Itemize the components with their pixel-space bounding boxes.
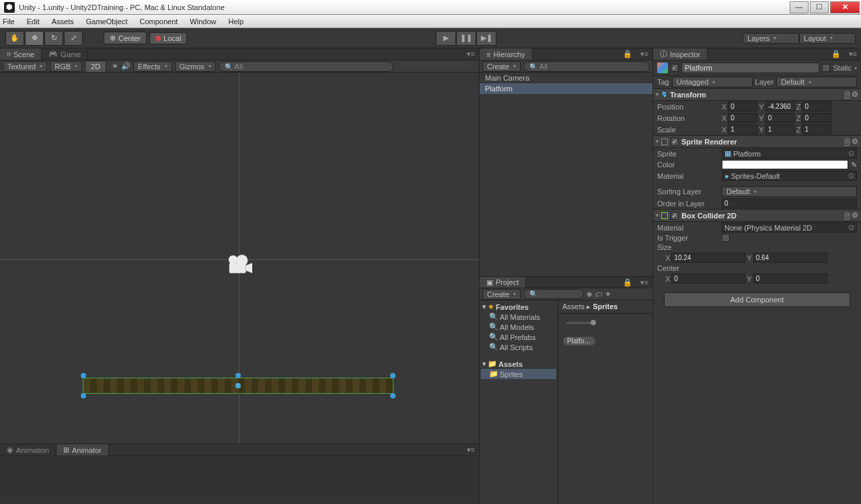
animator-panel[interactable] [0, 456, 479, 503]
camera-gizmo-icon[interactable] [227, 254, 252, 276]
audio-icon[interactable]: 🔊 [121, 62, 130, 71]
tab-hierarchy[interactable]: ≡Hierarchy [480, 48, 533, 60]
tab-inspector[interactable]: ⓘInspector [653, 48, 708, 60]
maximize-button[interactable]: ☐ [810, 1, 829, 13]
local-global-toggle[interactable]: Local [149, 32, 187, 44]
position-y-input[interactable] [765, 101, 795, 112]
scale-y-input[interactable] [765, 124, 795, 134]
effects-dropdown[interactable]: Effects [133, 61, 172, 72]
layers-dropdown[interactable]: Layers [743, 33, 799, 44]
assets-folder[interactable]: ▾📁Assets [481, 359, 556, 369]
collider-center-y-input[interactable] [753, 274, 827, 284]
panel-menu-button[interactable]: ▾≡ [636, 48, 652, 60]
collider-size-x-input[interactable] [671, 253, 745, 263]
hierarchy-search-input[interactable]: 🔍 All [523, 61, 650, 72]
sprite-renderer-enabled-checkbox[interactable]: ✓ [671, 138, 679, 146]
panel-menu-button[interactable]: ▾≡ [845, 48, 861, 60]
panel-menu-button[interactable]: ▾≡ [463, 48, 479, 60]
sprite-material-field[interactable]: ●Sprites-Default⊙ [722, 171, 857, 181]
asset-platform[interactable]: Platfo… [562, 336, 596, 346]
rotation-z-input[interactable] [802, 113, 831, 123]
sprites-folder[interactable]: 📁Sprites [481, 369, 556, 379]
box-collider-enabled-checkbox[interactable]: ✓ [671, 212, 679, 220]
scale-x-input[interactable] [728, 124, 757, 134]
pause-button[interactable]: ❚❚ [456, 31, 476, 46]
hierarchy-item-platform[interactable]: Platform [480, 83, 652, 94]
scene-view[interactable] [0, 73, 479, 444]
gear-icon[interactable]: ⚙ [852, 211, 858, 219]
panel-menu-button[interactable]: ▾≡ [636, 277, 652, 288]
tab-project[interactable]: ▣Project [480, 277, 526, 288]
rotation-y-input[interactable] [765, 113, 795, 123]
shading-dropdown[interactable]: Textured [3, 61, 47, 72]
menu-assets[interactable]: Assets [52, 17, 74, 26]
gizmos-dropdown[interactable]: Gizmos [175, 61, 216, 72]
collider-material-field[interactable]: None (Physics Material 2D⊙ [722, 222, 857, 233]
favorites-all-models[interactable]: 🔍All Models [481, 322, 556, 332]
move-tool-button[interactable]: ✥ [25, 31, 44, 46]
help-icon[interactable]: ? [845, 138, 850, 146]
eyedropper-icon[interactable]: ✎ [851, 161, 857, 169]
panel-menu-button[interactable]: ▾≡ [463, 444, 479, 456]
render-dropdown[interactable]: RGB [50, 61, 82, 72]
position-x-input[interactable] [728, 101, 757, 112]
static-checkbox[interactable] [822, 64, 830, 72]
project-content[interactable]: Assets ▸ Sprites Platfo… [558, 300, 652, 504]
gameobject-active-checkbox[interactable]: ✓ [671, 64, 679, 72]
scene-search-input[interactable]: 🔍 All [219, 61, 394, 72]
add-component-button[interactable]: Add Component [664, 292, 850, 307]
menu-window[interactable]: Window [190, 17, 216, 26]
filter-icon[interactable]: ◆ [587, 290, 592, 298]
sorting-layer-dropdown[interactable]: Default [722, 186, 857, 197]
filter-label-icon[interactable]: 🏷 [595, 290, 602, 298]
step-button[interactable]: ▶❚ [476, 31, 496, 46]
static-dropdown-icon[interactable]: ▾ [854, 65, 857, 71]
favorites-folder[interactable]: ▾★Favorites [481, 302, 556, 312]
help-icon[interactable]: ? [845, 212, 850, 220]
rotate-tool-button[interactable]: ↻ [44, 31, 63, 46]
project-create-dropdown[interactable]: Create [482, 289, 521, 300]
sprite-object-field[interactable]: ▦Platform⊙ [722, 149, 857, 159]
lock-icon[interactable]: 🔒 [619, 48, 636, 60]
layout-dropdown[interactable]: Layout [799, 33, 856, 44]
lock-icon[interactable]: 🔒 [827, 48, 845, 60]
hierarchy-create-dropdown[interactable]: Create [482, 61, 521, 72]
close-button[interactable]: ✕ [830, 1, 860, 13]
breadcrumb-root[interactable]: Assets [562, 302, 585, 310]
is-trigger-checkbox[interactable] [722, 234, 730, 242]
lighting-icon[interactable]: ☀ [112, 62, 118, 71]
breadcrumb-leaf[interactable]: Sprites [593, 302, 617, 310]
favorites-all-prefabs[interactable]: 🔍All Prefabs [481, 332, 556, 342]
thumbnail-size-slider[interactable] [566, 322, 593, 324]
menu-gameobject[interactable]: GameObject [86, 17, 128, 26]
tab-animator[interactable]: ⊞Animator [57, 444, 109, 456]
menu-component[interactable]: Component [139, 17, 178, 26]
tab-game[interactable]: 🎮Game [42, 48, 88, 60]
sprite-renderer-header[interactable]: ▾ ✓ Sprite Renderer ? ⚙ [653, 135, 861, 148]
layer-dropdown[interactable]: Default [776, 77, 857, 87]
scale-tool-button[interactable]: ⤢ [64, 31, 83, 46]
favorites-all-scripts[interactable]: 🔍All Scripts [481, 342, 556, 352]
collider-size-y-input[interactable] [753, 253, 827, 263]
lock-icon[interactable]: 🔒 [619, 277, 636, 288]
pivot-center-toggle[interactable]: ⊕Center [104, 32, 147, 44]
hand-tool-button[interactable]: ✋ [5, 31, 24, 46]
sprite-color-field[interactable] [722, 160, 848, 169]
menu-file[interactable]: File [3, 17, 15, 26]
gear-icon[interactable]: ⚙ [852, 90, 858, 98]
collider-center-x-input[interactable] [671, 274, 745, 284]
gameobject-name-field[interactable]: Platform [681, 62, 819, 73]
menu-edit[interactable]: Edit [27, 17, 40, 26]
2d-toggle[interactable]: 2D [85, 60, 106, 73]
play-button[interactable]: ▶ [436, 31, 456, 46]
gear-icon[interactable]: ⚙ [852, 137, 858, 145]
transform-component-header[interactable]: ▾↯ Transform ? ⚙ [653, 88, 861, 101]
box-collider-header[interactable]: ▾ ✓ Box Collider 2D ? ⚙ [653, 209, 861, 222]
scale-z-input[interactable] [802, 124, 831, 134]
filter-star-icon[interactable]: ★ [605, 290, 611, 298]
rotation-x-input[interactable] [728, 113, 757, 123]
order-in-layer-input[interactable] [722, 198, 857, 208]
position-z-input[interactable] [802, 101, 831, 112]
minimize-button[interactable]: — [790, 1, 809, 13]
help-icon[interactable]: ? [845, 91, 850, 99]
